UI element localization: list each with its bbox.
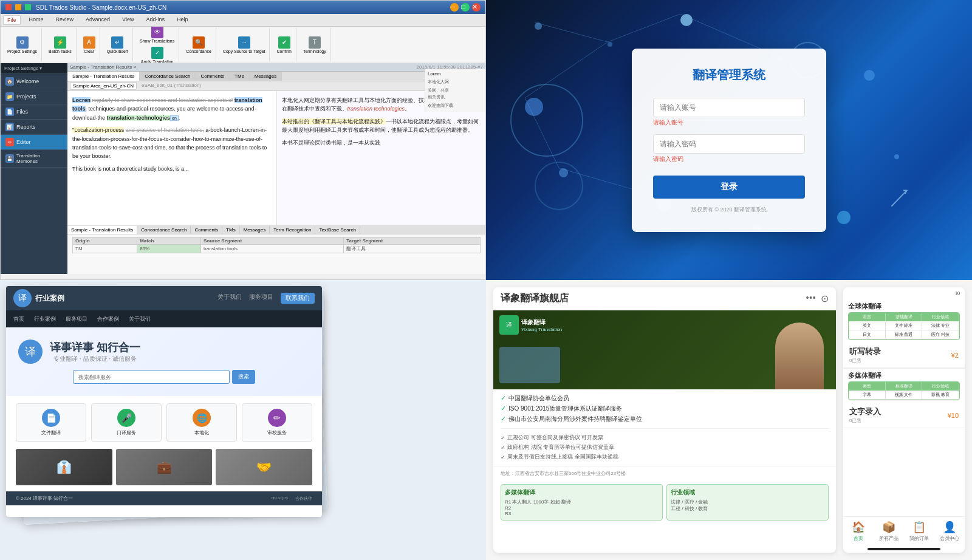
btab-term-recognition[interactable]: Term Recognition xyxy=(270,226,315,234)
password-hint: 请输入密码 xyxy=(653,155,805,163)
shop-target-icon[interactable]: ⊙ xyxy=(821,293,829,304)
apply-translation-btn[interactable]: ✓ Apply Translation xyxy=(139,45,176,64)
btab-comments[interactable]: Comments xyxy=(191,226,222,234)
website-subnav: 首页 行业案例 服务项目 合作案例 关于我们 xyxy=(6,310,322,327)
subnav-partner[interactable]: 合作案例 xyxy=(97,315,119,323)
service-doc-icon: 📄 xyxy=(42,409,60,427)
service-card-review[interactable]: ✏ 审校服务 xyxy=(242,403,312,442)
tab-messages[interactable]: Messages xyxy=(250,72,282,81)
service-interpret-icon: 🎤 xyxy=(117,409,135,427)
mobile-product-text: 文字录入 0已售 ¥10 xyxy=(843,403,965,428)
th-source: Source Segment xyxy=(200,237,343,245)
sidebar-item-editor[interactable]: ✏ Editor xyxy=(1,135,67,150)
btab-tms[interactable]: TMs xyxy=(222,226,240,234)
btab-trans[interactable]: Sample - Translation Results xyxy=(67,226,137,234)
hero-title: 译事详事 知行合一 专业翻译 · 品质保证 · 诚信服务 xyxy=(50,340,140,363)
trados-bottom-panel: Sample - Translation Results Concordance… xyxy=(67,225,485,274)
service-card-doc[interactable]: 📄 文件翻译 xyxy=(16,403,86,442)
maximize-icon[interactable]: □ xyxy=(461,3,470,12)
password-input[interactable] xyxy=(653,134,805,154)
shop-wechat-card: 译象翻译旗舰店 ••• ⊙ 译 译象翻译 Yixiang Translation xyxy=(493,287,836,553)
concordance-btn[interactable]: 🔍 Concordance xyxy=(184,35,213,55)
editor-icon: ✏ xyxy=(5,138,14,146)
close-icon[interactable]: ✕ xyxy=(472,3,481,12)
nav-about[interactable]: 关于我们 xyxy=(217,293,242,304)
mobile-nav-member[interactable]: 👤 会员中心 xyxy=(934,517,965,545)
batch-tasks-btn[interactable]: ⚡ Batch Tasks xyxy=(47,35,74,55)
service-card-local[interactable]: 🌐 本地化 xyxy=(166,403,237,442)
subtab-trans-results[interactable]: Sample Area_en-US_zh-CN xyxy=(70,82,137,90)
service-local-icon: 🌐 xyxy=(193,409,211,427)
window-controls[interactable]: ─ □ ✕ xyxy=(450,3,481,12)
sidebar-item-reports[interactable]: 📊 Reports xyxy=(1,120,67,135)
username-input[interactable] xyxy=(653,98,805,117)
nav-contact-btn[interactable]: 联系我们 xyxy=(281,293,315,304)
editor-source-panel[interactable]: Locren regularly-to-share-experiences-an… xyxy=(67,91,277,225)
tab-advanced[interactable]: Advanced xyxy=(82,15,114,25)
login-button[interactable]: 登录 xyxy=(653,176,805,199)
th2-industry: 行业领域 xyxy=(922,382,959,391)
tab-addins[interactable]: Add-ins xyxy=(142,15,168,25)
th-match: Match xyxy=(137,237,201,245)
shop-title: 译象翻译旗舰店 xyxy=(501,292,569,305)
tab-tms[interactable]: TMs xyxy=(230,72,250,81)
tab-concordance[interactable]: Concordance Search xyxy=(140,72,196,81)
subnav-home[interactable]: 首页 xyxy=(13,315,24,323)
shop-ellipsis-icon[interactable]: ••• xyxy=(806,293,816,304)
terminology-btn[interactable]: T Terminology xyxy=(301,35,328,55)
sidebar-item-tm[interactable]: 💾 Translation Memories xyxy=(1,150,67,168)
td-target: 翻译工具 xyxy=(344,245,481,253)
toolbar-group-file: A Clear xyxy=(79,28,100,61)
show-translations-btn[interactable]: 👁 Show Translations xyxy=(138,27,176,45)
sidebar-item-projects[interactable]: 📁 Projects xyxy=(1,89,67,104)
website-search-input[interactable] xyxy=(73,370,230,384)
sidebar-item-welcome[interactable]: 🏠 Welcome xyxy=(1,74,67,89)
badge-text-3: 佛山市公安局南海分局涉外案件持聘翻译鉴定单位 xyxy=(508,415,642,423)
mobile-status-bar: 10 xyxy=(843,287,965,299)
quickinsert-btn[interactable]: ↵ QuickInsert xyxy=(105,35,130,55)
mobile-home-label: 首页 xyxy=(854,535,863,542)
service-review-title: 审校服务 xyxy=(246,429,308,436)
confirm-icon: ✔ xyxy=(278,36,290,49)
tab-review[interactable]: Review xyxy=(52,15,78,25)
subnav-about[interactable]: 关于我们 xyxy=(129,315,151,323)
project-settings-btn[interactable]: ⚙ Project Settings xyxy=(5,35,39,55)
confirm-btn[interactable]: ✔ Confirm xyxy=(275,35,293,55)
mobile-nav-orders[interactable]: 📋 我的订单 xyxy=(904,517,934,545)
toolbar-group-copy: → Copy Source to Target xyxy=(219,28,270,61)
shop-hero-person-figure xyxy=(775,323,824,389)
tab-view[interactable]: View xyxy=(118,15,137,25)
mobile-service-table-2: 类型 标准翻译 行业领域 字幕 视频 文件 影视 教育 xyxy=(848,381,960,400)
mobile-nav-home[interactable]: 🏠 首页 xyxy=(843,517,874,545)
btab-textbase[interactable]: TextBase Search xyxy=(315,226,360,234)
btab-concordance[interactable]: Concordance Search xyxy=(137,226,191,234)
editor-target-panel[interactable]: 本地化人网定期分享有关翻译工具与本地化方面的经验、技巧和实用资源，欢迎您在翻译技… xyxy=(277,91,486,225)
mobile-products-icon: 📦 xyxy=(882,521,895,534)
tab-home[interactable]: Home xyxy=(26,15,47,25)
svg-line-3 xyxy=(525,42,608,98)
clear-formatting-btn[interactable]: A Clear xyxy=(81,35,97,55)
cell-en: 英文 xyxy=(849,321,886,330)
trados-sidebar: Project Settings ▾ 🏠 Welcome 📁 Projects … xyxy=(1,63,67,274)
mobile-table-row-3: 字幕 视频 文件 影视 教育 xyxy=(849,391,959,400)
btab-messages[interactable]: Messages xyxy=(240,226,270,234)
tab-translation-results[interactable]: Sample - Translation Results xyxy=(67,72,140,81)
website-main-card: 译 行业案例 关于我们 服务项目 联系我们 首页 行业案例 服务项目 合作案例 … xyxy=(6,286,322,517)
service-card-interpret[interactable]: 🎤 口译服务 xyxy=(91,403,162,442)
nav-service[interactable]: 服务项目 xyxy=(249,293,273,304)
sidebar-item-files[interactable]: 📄 Files xyxy=(1,104,67,120)
tab-file[interactable]: File xyxy=(3,15,21,25)
subnav-services[interactable]: 服务项目 xyxy=(66,315,87,323)
mobile-nav-products[interactable]: 📦 所有产品 xyxy=(874,517,904,545)
tab-help[interactable]: Help xyxy=(173,15,192,25)
svg-line-4 xyxy=(525,98,559,168)
subnav-industry[interactable]: 行业案例 xyxy=(34,315,56,323)
copy-source-btn[interactable]: → Copy Source to Target xyxy=(221,35,267,55)
website-search-btn[interactable]: 搜索 xyxy=(232,370,255,384)
minimize-icon[interactable]: ─ xyxy=(450,3,459,12)
login-title: 翻译管理系统 xyxy=(653,67,805,83)
sidebar-reports-label: Reports xyxy=(16,124,36,130)
tab-comments[interactable]: Comments xyxy=(196,72,230,81)
shop-logo-area: 译 译象翻译 Yixiang Translation xyxy=(499,315,562,335)
subtab-trans-results2[interactable]: eSAB_edit_01 (Translation) xyxy=(139,82,204,90)
